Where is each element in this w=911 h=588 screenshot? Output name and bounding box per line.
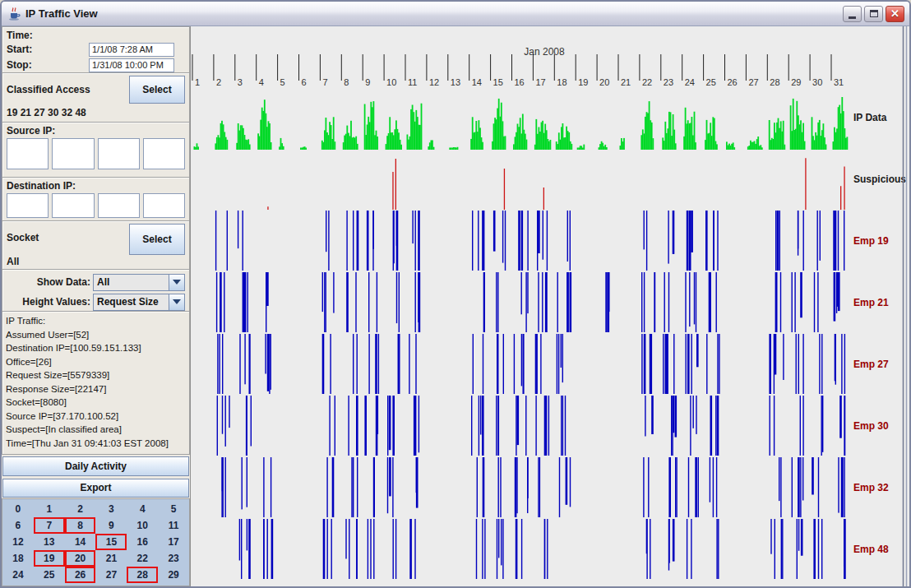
source-ip-field-4[interactable] [143, 138, 185, 169]
source-ip-field-2[interactable] [52, 138, 94, 169]
start-time-input[interactable] [89, 43, 174, 57]
grid-cell-5[interactable]: 5 [158, 501, 189, 517]
grid-cell-13[interactable]: 13 [34, 534, 65, 550]
destination-ip-section: Destination IP: [2, 177, 190, 221]
info-line: Time=[Thu Jan 31 09:41:03 EST 2008] [6, 437, 186, 451]
svg-text:23: 23 [664, 77, 673, 87]
grid-cell-16[interactable]: 16 [127, 534, 158, 550]
traffic-info-box: IP Traffic:Assumed User=[52]Destination … [2, 311, 190, 455]
svg-text:25: 25 [706, 77, 716, 87]
svg-text:26: 26 [728, 77, 738, 87]
svg-text:1: 1 [195, 77, 200, 87]
chart-month-label: Jan 2008 [524, 46, 565, 58]
grid-cell-4[interactable]: 4 [127, 501, 158, 517]
svg-text:15: 15 [493, 77, 503, 87]
time-label: Time: [7, 30, 185, 41]
svg-text:24: 24 [685, 77, 695, 87]
height-values-dropdown[interactable]: Request Size [93, 294, 185, 311]
info-line: Destination IP=[100.59.151.133] [6, 341, 186, 355]
number-grid: 0123456789101112131415161718192021222324… [2, 498, 190, 586]
svg-text:21: 21 [621, 77, 631, 87]
minimize-button[interactable] [843, 6, 862, 22]
grid-cell-29[interactable]: 29 [158, 567, 189, 583]
svg-text:27: 27 [748, 77, 758, 87]
grid-cell-12[interactable]: 12 [2, 534, 34, 550]
grid-cell-17[interactable]: 17 [158, 534, 189, 550]
java-coffee-cup-icon [7, 7, 21, 21]
destination-ip-field-3[interactable] [98, 193, 140, 218]
export-button[interactable]: Export [2, 479, 189, 498]
svg-text:4: 4 [259, 77, 264, 87]
grid-cell-14[interactable]: 14 [65, 534, 96, 550]
grid-cell-8[interactable]: 8 [65, 517, 96, 534]
height-values-label: Height Values: [22, 296, 90, 308]
action-buttons: Daily Activity Export [2, 455, 190, 499]
stop-label: Stop: [7, 59, 89, 71]
socket-section: Socket Select All [2, 220, 190, 270]
svg-text:16: 16 [515, 77, 525, 87]
grid-cell-23[interactable]: 23 [158, 550, 189, 567]
source-ip-field-3[interactable] [98, 138, 140, 169]
grid-cell-28[interactable]: 28 [127, 567, 158, 583]
row-label-Emp-19: Emp 19 [853, 235, 889, 247]
svg-text:14: 14 [472, 77, 482, 87]
row-label-Emp-48: Emp 48 [853, 544, 889, 555]
show-data-dropdown[interactable]: All [93, 274, 185, 291]
grid-cell-0[interactable]: 0 [2, 501, 34, 517]
grid-cell-25[interactable]: 25 [34, 567, 65, 583]
grid-cell-24[interactable]: 24 [2, 567, 34, 583]
source-ip-field-1[interactable] [7, 138, 49, 169]
grid-cell-20[interactable]: 20 [65, 550, 96, 567]
start-label: Start: [7, 44, 89, 55]
grid-cell-26[interactable]: 26 [65, 567, 96, 583]
grid-cell-3[interactable]: 3 [95, 501, 127, 517]
stop-time-input[interactable] [89, 58, 174, 72]
svg-text:11: 11 [408, 77, 417, 87]
title-bar[interactable]: IP Traffic View ✕ [2, 2, 909, 26]
maximize-button[interactable] [864, 6, 883, 22]
grid-cell-9[interactable]: 9 [95, 517, 127, 534]
svg-text:19: 19 [578, 77, 588, 87]
grid-cell-2[interactable]: 2 [65, 501, 96, 517]
svg-text:12: 12 [429, 77, 439, 87]
classified-access-label: Classified Access [7, 84, 90, 95]
source-ip-label: Source IP: [7, 125, 185, 137]
daily-activity-button[interactable]: Daily Activity [2, 456, 189, 476]
svg-text:28: 28 [770, 77, 779, 87]
classified-access-section: Classified Access Select 19 21 27 30 32 … [2, 72, 190, 123]
destination-ip-field-4[interactable] [143, 193, 185, 218]
grid-cell-19[interactable]: 19 [34, 550, 65, 567]
svg-text:17: 17 [535, 77, 545, 87]
info-line: Office=[26] [6, 355, 186, 369]
grid-cell-22[interactable]: 22 [127, 550, 158, 567]
employee-series-Emp-21 [216, 272, 840, 332]
svg-text:3: 3 [238, 77, 243, 87]
employee-series-Emp-27 [217, 334, 845, 394]
svg-text:22: 22 [642, 77, 652, 87]
grid-cell-7[interactable]: 7 [34, 517, 65, 534]
grid-cell-15[interactable]: 15 [95, 534, 127, 550]
chevron-down-icon[interactable] [169, 294, 184, 310]
svg-text:7: 7 [322, 77, 327, 87]
classified-access-select-button[interactable]: Select [129, 76, 185, 104]
grid-cell-27[interactable]: 27 [95, 567, 127, 583]
grid-cell-10[interactable]: 10 [127, 517, 158, 534]
chevron-down-icon[interactable] [169, 275, 184, 290]
info-line: Response Size=[22147] [6, 382, 186, 396]
destination-ip-field-2[interactable] [52, 193, 94, 218]
height-values-value: Request Size [94, 294, 169, 310]
close-button[interactable]: ✕ [886, 6, 904, 22]
grid-cell-21[interactable]: 21 [95, 550, 127, 567]
svg-text:6: 6 [302, 77, 307, 87]
grid-cell-6[interactable]: 6 [2, 517, 34, 534]
svg-text:10: 10 [386, 77, 396, 87]
grid-cell-1[interactable]: 1 [34, 501, 65, 517]
socket-select-button[interactable]: Select [129, 224, 185, 255]
ip-data-series [194, 97, 849, 150]
svg-text:8: 8 [344, 77, 349, 87]
filters-section: Show Data: All Height Values: Request Si… [2, 269, 190, 312]
grid-cell-18[interactable]: 18 [2, 550, 34, 567]
grid-cell-11[interactable]: 11 [158, 517, 189, 534]
destination-ip-field-1[interactable] [7, 193, 49, 218]
traffic-chart: Jan 200812345678910111213141516171819202… [191, 26, 909, 586]
